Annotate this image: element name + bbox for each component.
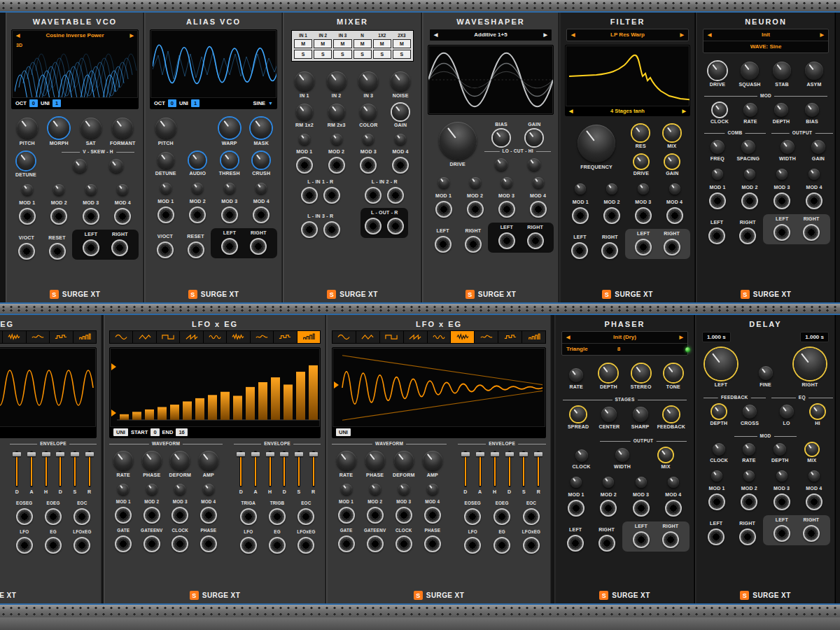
filter-response-display[interactable]: ◀ 4 Stages tanh ▶ <box>565 45 690 116</box>
width-knob[interactable] <box>780 140 794 154</box>
solo-in3-button[interactable]: S <box>333 50 351 59</box>
delay-time-right-value[interactable]: 1.000 s <box>800 332 829 342</box>
mod2-port[interactable] <box>50 208 67 225</box>
right-out-port[interactable] <box>111 239 128 256</box>
wave-icon-smooth-random[interactable] <box>475 331 498 343</box>
mod1-port[interactable] <box>435 201 452 218</box>
wave-icon-pulse[interactable] <box>428 331 451 343</box>
mod1-depth-knob[interactable] <box>570 477 582 488</box>
clock-knob[interactable] <box>575 449 588 462</box>
uni-value[interactable]: 1 <box>52 99 61 107</box>
mod1-depth-knob[interactable] <box>341 484 352 495</box>
prev-arrow[interactable]: ◀ <box>569 108 573 114</box>
mod4-port[interactable] <box>392 157 409 174</box>
mod1-depth-knob[interactable] <box>160 183 172 194</box>
in1-r-port[interactable] <box>323 187 340 204</box>
wave-icon-sample-hold[interactable] <box>274 331 297 343</box>
mod1-port[interactable] <box>296 157 313 174</box>
wave-icon-smooth-random[interactable] <box>27 331 50 343</box>
wave-icon-saw[interactable] <box>180 331 203 343</box>
in3-level-knob[interactable] <box>358 71 378 91</box>
solo-in2-button[interactable]: S <box>314 50 332 59</box>
resonance-knob[interactable] <box>632 125 649 141</box>
wave-icon-noise[interactable] <box>451 331 475 343</box>
lfo-display[interactable]: UNI <box>0 347 97 438</box>
drive-knob[interactable] <box>708 62 727 80</box>
mod4-port[interactable] <box>806 192 822 209</box>
env-decay-slider[interactable] <box>505 451 514 487</box>
wave-icon-step-seq[interactable] <box>74 331 96 343</box>
env-sustain-slider[interactable] <box>519 451 528 487</box>
deform-knob[interactable] <box>170 451 190 470</box>
lfoxeg-out-port[interactable] <box>298 537 314 554</box>
detune-knob[interactable] <box>17 152 35 170</box>
right-in-port[interactable] <box>598 535 615 552</box>
mod3-port[interactable] <box>221 206 238 223</box>
trigb-port[interactable] <box>269 508 286 525</box>
mod1-port[interactable] <box>338 507 355 524</box>
in1-level-knob[interactable] <box>295 71 314 91</box>
in1-l-port[interactable] <box>301 187 318 204</box>
amp-knob[interactable] <box>423 451 442 470</box>
prev-arrow[interactable]: ◀ <box>566 334 570 341</box>
drive-knob[interactable] <box>439 122 477 160</box>
mod3-port[interactable] <box>774 493 790 510</box>
env-release-slider[interactable] <box>85 451 94 487</box>
mod4-depth-knob[interactable] <box>669 183 680 195</box>
wave-icon-triangle[interactable] <box>356 331 380 343</box>
out-r-port[interactable] <box>387 218 404 234</box>
loop-end-marker-icon[interactable] <box>111 410 116 416</box>
gain-knob[interactable] <box>526 130 542 146</box>
mod3-depth-knob[interactable] <box>776 169 788 180</box>
mod4-port[interactable] <box>424 507 441 524</box>
env-hold-slider[interactable] <box>42 451 50 487</box>
oct-value[interactable]: 0 <box>168 99 176 107</box>
gate-port[interactable] <box>115 536 132 552</box>
noise-level-knob[interactable] <box>391 71 410 91</box>
mute-in1-button[interactable]: M <box>294 39 312 48</box>
right-out-port[interactable] <box>527 232 544 249</box>
env-delay-slider[interactable] <box>461 451 470 487</box>
formant-knob[interactable] <box>112 118 133 139</box>
display-marker-icon[interactable] <box>334 382 339 388</box>
clock-port[interactable] <box>396 536 412 552</box>
mod3-port[interactable] <box>172 507 188 524</box>
env-delay-slider[interactable] <box>13 451 21 487</box>
reset-port[interactable] <box>188 241 204 258</box>
pitch-knob[interactable] <box>17 118 38 139</box>
bias-knob[interactable] <box>805 103 819 117</box>
mod2-port[interactable] <box>189 206 206 223</box>
end-value[interactable]: 16 <box>176 428 187 436</box>
env-release-slider[interactable] <box>534 451 542 487</box>
prev-arrow[interactable]: ◀ <box>434 31 438 38</box>
rate-knob[interactable] <box>569 368 583 382</box>
wave-icon-noise[interactable] <box>227 331 250 343</box>
out-l-port[interactable] <box>365 218 382 234</box>
mod1-depth-knob[interactable] <box>438 177 449 188</box>
mod2-depth-knob[interactable] <box>743 470 755 482</box>
mod3-depth-knob[interactable] <box>638 183 649 195</box>
audio-knob[interactable] <box>189 152 206 169</box>
stab-knob[interactable] <box>773 62 791 80</box>
mod1-depth-knob[interactable] <box>299 134 310 145</box>
frequency-knob[interactable] <box>578 125 615 162</box>
mod4-port[interactable] <box>530 201 547 218</box>
left-out-port[interactable] <box>635 239 652 255</box>
uni-toggle[interactable]: UNI <box>336 428 351 436</box>
phase-port[interactable] <box>200 536 217 552</box>
mod2-depth-knob[interactable] <box>606 183 617 195</box>
cross-knob[interactable] <box>743 405 757 419</box>
mod3-port[interactable] <box>635 207 652 224</box>
mod4-depth-knob[interactable] <box>117 184 128 195</box>
depth-knob[interactable] <box>599 364 617 382</box>
mod1-depth-knob[interactable] <box>711 470 722 482</box>
env-hold-slider[interactable] <box>266 451 274 487</box>
mod1-depth-knob[interactable] <box>118 484 129 495</box>
next-arrow[interactable]: ▶ <box>130 32 134 39</box>
mod4-port[interactable] <box>665 500 682 517</box>
loop-start-marker-icon[interactable] <box>111 363 116 370</box>
eq-lo-knob[interactable] <box>780 405 794 419</box>
comb-spacing-knob[interactable] <box>741 140 755 154</box>
eoc-port[interactable] <box>523 508 540 525</box>
triga-port[interactable] <box>240 508 257 525</box>
